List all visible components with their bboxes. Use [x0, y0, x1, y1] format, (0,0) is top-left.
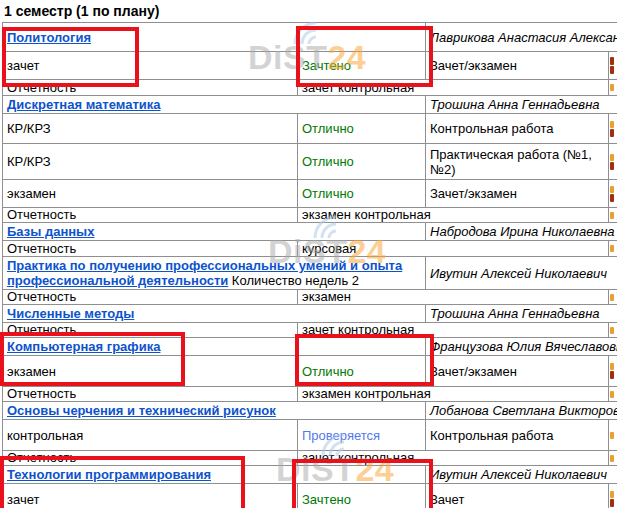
control-work-type: Контрольная работа [426, 420, 609, 451]
control-status: Зачтено [298, 484, 426, 508]
page-title: 1 семестр (1 по плану) [0, 0, 617, 22]
control-form: КР/КРЗ [3, 114, 298, 144]
control-form: зачет [3, 484, 298, 508]
teacher-name: Ивутин Алексей Николаевич [426, 466, 617, 484]
clipped-text-fragment [610, 162, 614, 170]
course-name-cell: Компьютерная графика [3, 338, 426, 356]
teacher-name: Лаврикова Анастасия Александровна [426, 23, 617, 52]
control-work-type: Зачет/экзамен [426, 52, 609, 80]
clipped-cell [609, 451, 617, 466]
clipped-cell [609, 241, 617, 257]
clipped-text-fragment [610, 327, 614, 334]
course-link[interactable]: Технологии программирования [7, 467, 211, 482]
course-link[interactable]: Политология [7, 30, 91, 45]
course-name-cell: Базы данных [3, 223, 426, 241]
otchetnost-label: Отчетность [3, 208, 298, 223]
course-link[interactable]: Численные методы [7, 306, 134, 321]
clipped-text-fragment [610, 371, 614, 379]
course-name-cell: Основы черчения и технический рисунок [3, 402, 426, 420]
otchetnost-label: Отчетность [3, 323, 298, 338]
otchetnost-value: зачет контрольная [298, 451, 609, 466]
clipped-text-fragment [610, 391, 614, 398]
course-header-row: Политология Лаврикова Анастасия Александ… [3, 23, 617, 52]
course-header-row: Технологии программирования Ивутин Алекс… [3, 466, 617, 484]
otchetnost-label: Отчетность [3, 241, 298, 257]
clipped-text-fragment [610, 363, 614, 370]
clipped-text-fragment [610, 499, 614, 507]
otchetnost-value: курсовая [298, 241, 609, 257]
control-status: Проверяется [298, 420, 426, 451]
clipped-cell [609, 356, 617, 387]
otchetnost-value: экзамен контрольная [298, 208, 609, 223]
clipped-text-fragment [610, 154, 614, 161]
clipped-cell [609, 323, 617, 338]
teacher-name: Трошина Анна Геннадьевна [426, 305, 617, 323]
control-row: зачет Зачтено Зачет [3, 484, 617, 508]
control-work-type: Зачет/экзамен [426, 180, 609, 208]
otchetnost-value: экзамен [298, 290, 609, 305]
clipped-cell [609, 387, 617, 402]
clipped-cell [609, 420, 617, 451]
otchetnost-label: Отчетность [3, 290, 298, 305]
control-work-type: Контрольная работа [426, 114, 609, 144]
clipped-cell [609, 484, 617, 508]
grades-table: Политология Лаврикова Анастасия Александ… [2, 22, 617, 508]
clipped-text-fragment [610, 491, 614, 498]
control-form: экзамен [3, 180, 298, 208]
clipped-text-fragment [610, 455, 614, 462]
otchetnost-row: Отчетность зачет контрольная [3, 451, 617, 466]
course-header-row: Компьютерная графика Французова Юлия Вяч… [3, 338, 617, 356]
course-name-cell: Численные методы [3, 305, 426, 323]
otchetnost-label: Отчетность [3, 451, 298, 466]
clipped-cell [609, 114, 617, 144]
clipped-text-fragment [610, 121, 614, 128]
teacher-name: Французова Юлия Вячеславовна [426, 338, 617, 356]
clipped-text-fragment [610, 212, 614, 219]
clipped-cell [609, 290, 617, 305]
otchetnost-row: Отчетность экзамен контрольная [3, 208, 617, 223]
clipped-text-fragment [610, 84, 614, 91]
control-work-type: Практическая работа (№1, №2) [426, 144, 609, 180]
control-status: Зачтено [298, 52, 426, 80]
control-row: КР/КРЗ Отлично Практическая работа (№1, … [3, 144, 617, 180]
course-link[interactable]: Компьютерная графика [7, 339, 160, 354]
control-form: КР/КРЗ [3, 144, 298, 180]
otchetnost-row: Отчетность курсовая [3, 241, 617, 257]
clipped-text-fragment [610, 294, 614, 301]
clipped-text-fragment [610, 245, 614, 252]
otchetnost-value: зачет контрольная [298, 80, 609, 96]
control-status: Отлично [298, 114, 426, 144]
clipped-text-fragment [610, 129, 614, 137]
control-work-type: Зачет [426, 484, 609, 508]
course-header-row: Основы черчения и технический рисунок Ло… [3, 402, 617, 420]
otchetnost-row: Отчетность зачет контрольная [3, 323, 617, 338]
otchetnost-label: Отчетность [3, 387, 298, 402]
control-status: Отлично [298, 180, 426, 208]
control-row: экзамен Отлично Зачет/экзамен [3, 356, 617, 387]
otchetnost-value: зачет контрольная [298, 323, 609, 338]
control-row: контрольная Проверяется Контрольная рабо… [3, 420, 617, 451]
clipped-cell [609, 52, 617, 80]
course-name-cell: Политология [3, 23, 426, 52]
clipped-cell [609, 80, 617, 96]
teacher-name: Ивутин Алексей Николаевич [426, 257, 617, 290]
otchetnost-row: Отчетность экзамен контрольная [3, 387, 617, 402]
clipped-cell [609, 144, 617, 180]
otchetnost-row: Отчетность зачет контрольная [3, 80, 617, 96]
control-work-type: Зачет/экзамен [426, 356, 609, 387]
control-form: контрольная [3, 420, 298, 451]
course-name-suffix: Количество недель 2 [228, 273, 359, 288]
otchetnost-label: Отчетность [3, 80, 298, 96]
course-link[interactable]: Базы данных [7, 224, 94, 239]
clipped-cell [609, 180, 617, 208]
teacher-name: Лобанова Светлана Викторовна [426, 402, 617, 420]
course-link[interactable]: Дискретная математика [7, 97, 161, 112]
control-row: экзамен Отлично Зачет/экзамен [3, 180, 617, 208]
clipped-text-fragment [610, 66, 614, 74]
course-header-row: Практика по получению профессиональных у… [3, 257, 617, 290]
course-link[interactable]: Основы черчения и технический рисунок [7, 403, 276, 418]
course-header-row: Численные методы Трошина Анна Геннадьевн… [3, 305, 617, 323]
clipped-text-fragment [610, 194, 614, 202]
control-form: зачет [3, 52, 298, 80]
otchetnost-row: Отчетность экзамен [3, 290, 617, 305]
